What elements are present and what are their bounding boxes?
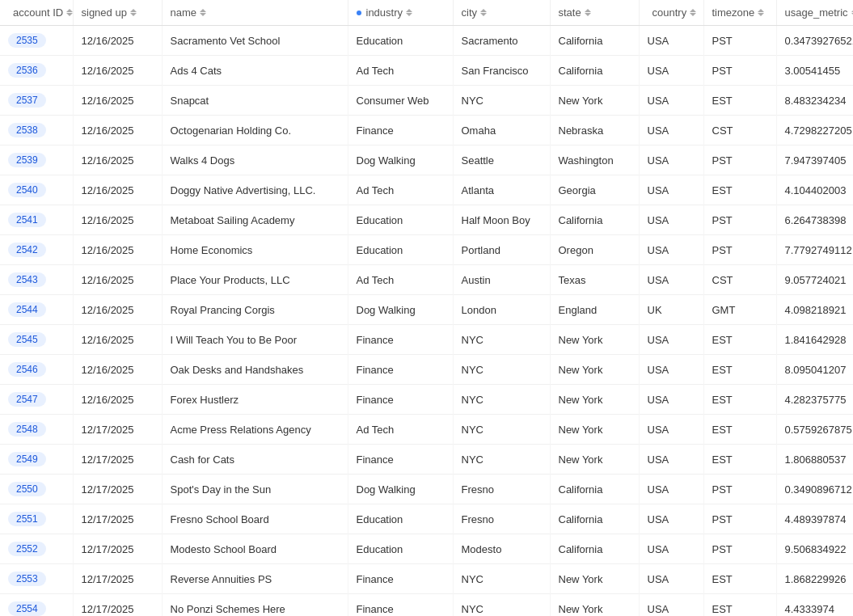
- data-table-container: account IDsigned upnameindustrycitystate…: [0, 0, 853, 616]
- account-id-badge[interactable]: 2551: [8, 512, 46, 526]
- account-id-badge[interactable]: 2540: [8, 183, 46, 197]
- cell-industry: Finance: [348, 385, 453, 415]
- cell-country: USA: [639, 504, 703, 534]
- sort-icon-signed_up: [130, 9, 137, 16]
- col-label-city: city: [462, 6, 478, 19]
- cell-state: California: [550, 475, 639, 504]
- table-row[interactable]: 254112/16/2025Metaboat Sailing AcademyEd…: [0, 205, 853, 235]
- col-header-industry[interactable]: industry: [348, 0, 453, 26]
- account-id-badge[interactable]: 2553: [8, 572, 46, 586]
- col-label-usage_metric: usage_metric: [785, 6, 848, 19]
- table-row[interactable]: 253612/16/2025Ads 4 CatsAd TechSan Franc…: [0, 56, 853, 86]
- cell-usage_metric: 0.34739276521: [776, 26, 853, 56]
- cell-country: USA: [639, 205, 703, 235]
- cell-account_id: 2550: [0, 475, 73, 504]
- account-id-badge[interactable]: 2544: [8, 302, 46, 317]
- col-header-signed_up[interactable]: signed up: [73, 0, 162, 26]
- cell-usage_metric: 4.7298227205: [776, 116, 853, 146]
- cell-timezone: EST: [703, 594, 776, 617]
- cell-timezone: EST: [703, 355, 776, 385]
- table-row[interactable]: 253712/16/2025SnapcatConsumer WebNYCNew …: [0, 86, 853, 116]
- table-row[interactable]: 254212/16/2025Home EconomicsEducationPor…: [0, 235, 853, 265]
- table-row[interactable]: 253812/16/2025Octogenarian Holding Co.Fi…: [0, 116, 853, 146]
- cell-usage_metric: 3.00541455: [776, 56, 853, 86]
- table-body: 253512/16/2025Sacramento Vet SchoolEduca…: [0, 26, 853, 617]
- table-row[interactable]: 255212/17/2025Modesto School BoardEducat…: [0, 534, 853, 564]
- table-row[interactable]: 253912/16/2025Walks 4 DogsDog WalkingSea…: [0, 146, 853, 175]
- account-id-badge[interactable]: 2536: [8, 63, 46, 78]
- cell-state: New York: [550, 355, 639, 385]
- cell-name: Place Your Products, LLC: [162, 265, 348, 295]
- table-row[interactable]: 254812/17/2025Acme Press Relations Agenc…: [0, 415, 853, 445]
- account-id-badge[interactable]: 2546: [8, 362, 46, 377]
- cell-country: USA: [639, 235, 703, 265]
- account-id-badge[interactable]: 2541: [8, 213, 46, 227]
- cell-signed_up: 12/16/2025: [73, 235, 162, 265]
- col-header-account_id[interactable]: account ID: [0, 0, 73, 26]
- cell-usage_metric: 7.947397405: [776, 146, 853, 175]
- account-id-badge[interactable]: 2552: [8, 542, 46, 556]
- cell-state: California: [550, 26, 639, 56]
- cell-industry: Ad Tech: [348, 415, 453, 445]
- cell-signed_up: 12/16/2025: [73, 355, 162, 385]
- cell-country: USA: [639, 146, 703, 175]
- cell-name: Walks 4 Dogs: [162, 146, 348, 175]
- account-id-badge[interactable]: 2539: [8, 153, 46, 167]
- table-row[interactable]: 255112/17/2025Fresno School BoardEducati…: [0, 504, 853, 534]
- account-id-badge[interactable]: 2535: [8, 33, 46, 48]
- account-id-badge[interactable]: 2537: [8, 93, 46, 108]
- account-id-badge[interactable]: 2554: [8, 601, 46, 616]
- cell-timezone: EST: [703, 385, 776, 415]
- cell-city: Omaha: [453, 116, 550, 146]
- table-row[interactable]: 255312/17/2025Reverse Annuities PSFinanc…: [0, 564, 853, 594]
- col-header-state[interactable]: state: [550, 0, 639, 26]
- cell-signed_up: 12/16/2025: [73, 146, 162, 175]
- cell-signed_up: 12/17/2025: [73, 475, 162, 504]
- cell-city: Modesto: [453, 534, 550, 564]
- table-row[interactable]: 254712/16/2025Forex HustlerzFinanceNYCNe…: [0, 385, 853, 415]
- cell-signed_up: 12/16/2025: [73, 26, 162, 56]
- account-id-badge[interactable]: 2550: [8, 482, 46, 496]
- col-header-country[interactable]: country: [639, 0, 703, 26]
- col-label-country: country: [652, 6, 687, 19]
- table-row[interactable]: 255412/17/2025No Ponzi Schemes HereFinan…: [0, 594, 853, 617]
- col-label-name: name: [171, 6, 197, 19]
- col-header-name[interactable]: name: [162, 0, 348, 26]
- col-header-timezone[interactable]: timezone: [703, 0, 776, 26]
- cell-industry: Dog Walking: [348, 146, 453, 175]
- cell-country: USA: [639, 325, 703, 355]
- cell-state: Nebraska: [550, 116, 639, 146]
- col-header-usage_metric[interactable]: usage_metric: [776, 0, 853, 26]
- cell-account_id: 2546: [0, 355, 73, 385]
- cell-city: NYC: [453, 564, 550, 594]
- cell-name: Forex Hustlerz: [162, 385, 348, 415]
- account-id-badge[interactable]: 2547: [8, 392, 46, 407]
- account-id-badge[interactable]: 2548: [8, 422, 46, 437]
- table-row[interactable]: 255012/17/2025Spot's Day in the SunDog W…: [0, 475, 853, 504]
- table-row[interactable]: 254312/16/2025Place Your Products, LLCAd…: [0, 265, 853, 295]
- table-row[interactable]: 254912/17/2025Cash for CatsFinanceNYCNew…: [0, 445, 853, 475]
- table-row[interactable]: 253512/16/2025Sacramento Vet SchoolEduca…: [0, 26, 853, 56]
- cell-timezone: EST: [703, 86, 776, 116]
- cell-timezone: PST: [703, 56, 776, 86]
- account-id-badge[interactable]: 2549: [8, 452, 46, 466]
- cell-usage_metric: 6.264738398: [776, 205, 853, 235]
- table-row[interactable]: 254612/16/2025Oak Desks and HandshakesFi…: [0, 355, 853, 385]
- account-id-badge[interactable]: 2542: [8, 243, 46, 257]
- account-id-badge[interactable]: 2543: [8, 272, 46, 287]
- col-header-city[interactable]: city: [453, 0, 550, 26]
- account-id-badge[interactable]: 2545: [8, 332, 46, 347]
- cell-state: New York: [550, 86, 639, 116]
- cell-name: Home Economics: [162, 235, 348, 265]
- cell-timezone: PST: [703, 504, 776, 534]
- table-row[interactable]: 254512/16/2025I Will Teach You to Be Poo…: [0, 325, 853, 355]
- cell-timezone: PST: [703, 205, 776, 235]
- table-row[interactable]: 254412/16/2025Royal Prancing CorgisDog W…: [0, 295, 853, 325]
- cell-industry: Education: [348, 26, 453, 56]
- cell-usage_metric: 8.095041207: [776, 355, 853, 385]
- cell-industry: Ad Tech: [348, 175, 453, 205]
- account-id-badge[interactable]: 2538: [8, 123, 46, 137]
- sort-icon-account_id: [66, 9, 73, 16]
- table-row[interactable]: 254012/16/2025Doggy Native Advertising, …: [0, 175, 853, 205]
- cell-industry: Finance: [348, 325, 453, 355]
